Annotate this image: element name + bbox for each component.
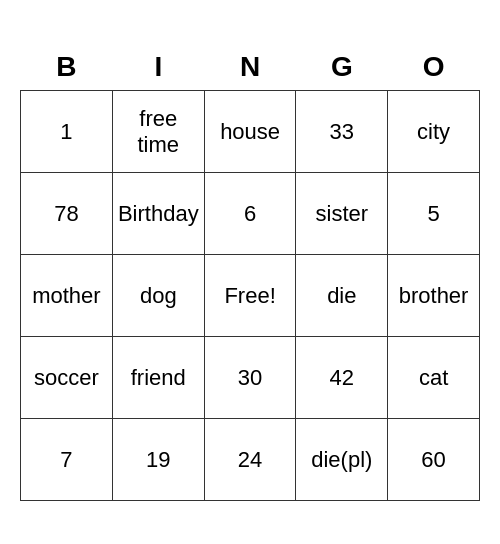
bingo-cell-0-3: 33: [296, 91, 388, 173]
bingo-cell-4-1: 19: [112, 419, 204, 501]
header-col-i: I: [112, 43, 204, 91]
bingo-cell-3-1: friend: [112, 337, 204, 419]
bingo-cell-4-3: die(pl): [296, 419, 388, 501]
bingo-row-3: soccerfriend3042cat: [21, 337, 480, 419]
bingo-cell-1-4: 5: [388, 173, 480, 255]
bingo-row-4: 71924die(pl)60: [21, 419, 480, 501]
bingo-cell-3-0: soccer: [21, 337, 113, 419]
bingo-cell-4-4: 60: [388, 419, 480, 501]
bingo-cell-0-1: free time: [112, 91, 204, 173]
bingo-cell-3-3: 42: [296, 337, 388, 419]
bingo-cell-2-1: dog: [112, 255, 204, 337]
bingo-cell-2-4: brother: [388, 255, 480, 337]
bingo-cell-0-4: city: [388, 91, 480, 173]
bingo-row-0: 1free timehouse33city: [21, 91, 480, 173]
bingo-cell-3-4: cat: [388, 337, 480, 419]
bingo-cell-3-2: 30: [204, 337, 296, 419]
header-col-g: G: [296, 43, 388, 91]
bingo-row-1: 78Birthday6sister5: [21, 173, 480, 255]
bingo-cell-0-0: 1: [21, 91, 113, 173]
header-col-b: B: [21, 43, 113, 91]
header-col-n: N: [204, 43, 296, 91]
bingo-cell-0-2: house: [204, 91, 296, 173]
bingo-cell-1-3: sister: [296, 173, 388, 255]
bingo-card: BINGO 1free timehouse33city78Birthday6si…: [20, 43, 480, 502]
bingo-cell-2-0: mother: [21, 255, 113, 337]
bingo-cell-1-1: Birthday: [112, 173, 204, 255]
bingo-cell-4-2: 24: [204, 419, 296, 501]
bingo-cell-2-3: die: [296, 255, 388, 337]
bingo-cell-1-2: 6: [204, 173, 296, 255]
header-col-o: O: [388, 43, 480, 91]
bingo-cell-4-0: 7: [21, 419, 113, 501]
bingo-cell-1-0: 78: [21, 173, 113, 255]
bingo-cell-2-2: Free!: [204, 255, 296, 337]
bingo-row-2: motherdogFree!diebrother: [21, 255, 480, 337]
header-row: BINGO: [21, 43, 480, 91]
